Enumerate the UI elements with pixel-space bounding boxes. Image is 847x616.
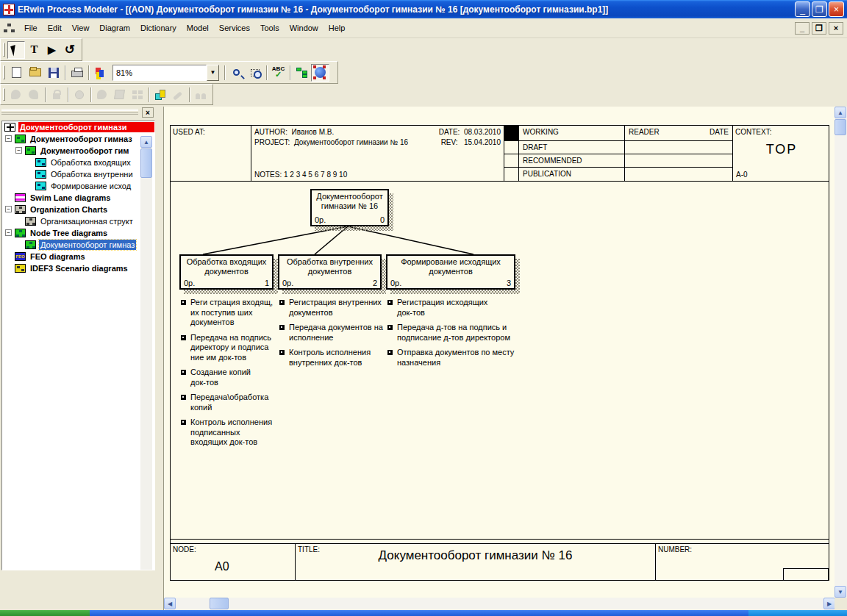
scroll-down-icon[interactable]: ▼ [835,586,846,598]
zoom-input[interactable] [112,65,207,81]
node-tree-canvas[interactable]: Документооборот гимназии № 16 0р. 0 Обра… [171,182,829,539]
cost-button[interactable] [71,86,88,104]
spellcheck-button[interactable]: ABC✓ [269,64,287,82]
windows-taskbar[interactable] [0,610,847,616]
tree-expander-icon[interactable]: − [15,147,22,154]
print-button[interactable] [68,64,86,82]
zoom-dropdown-button[interactable]: ▼ [207,65,219,81]
shape-button[interactable] [93,86,111,104]
tree-item[interactable]: −Node Tree diagrams [2,227,154,239]
tree-expander-icon[interactable]: − [5,135,12,142]
rotate-tool-button[interactable]: ↺ [61,41,79,59]
tree-item[interactable]: −Документооборот гимназ [2,133,154,145]
tree-item-label[interactable]: Формирование исход [49,181,132,191]
diagram-vertical-scrollbar[interactable]: ▲ ▼ [835,107,847,598]
tree-item-label[interactable]: Swim Lane diagrams [29,193,112,203]
restore-button[interactable]: ❐ [812,1,827,17]
toolbar-grip[interactable] [3,43,5,57]
roles-button[interactable] [192,86,210,104]
open-button[interactable] [26,64,44,82]
new-button[interactable] [7,64,26,82]
context-cell: CONTEXT: TOP A-0 [733,126,830,181]
scroll-thumb[interactable] [835,119,846,135]
tree-item-label[interactable]: Обработка входящих [49,157,132,168]
tree-item-label[interactable]: Node Tree diagrams [29,228,109,238]
color-button[interactable] [91,64,110,82]
panel-close-button[interactable]: × [142,107,154,118]
tree-item[interactable]: Обработка входящих [2,157,154,168]
tree-item[interactable]: −Документооборот гим [2,145,154,157]
tree-item-label[interactable]: Обработка внутренни [49,169,135,179]
tree-item-label[interactable]: Документооборот гим [39,146,130,156]
bullet-icon [279,325,285,330]
start-button-edge[interactable] [0,610,90,616]
tree-item[interactable]: Swim Lane diagrams [2,192,154,204]
go-to-button[interactable] [151,86,169,104]
play-tool-button[interactable]: ▶ [43,41,61,59]
minimize-button[interactable]: _ [795,1,810,17]
grid-button[interactable] [129,86,146,104]
mdi-minimize-button[interactable]: _ [795,22,810,35]
save-button[interactable] [44,64,62,82]
report-button[interactable] [111,86,129,104]
model-explorer-button[interactable] [293,64,311,82]
tree-item-label[interactable]: Документооборот гимнази [18,122,154,132]
document-icon[interactable] [4,24,15,33]
tree-item[interactable]: Организационная структ [2,215,154,227]
menu-item[interactable]: Help [324,21,351,35]
properties-button[interactable] [169,86,187,104]
pointer-tool-button[interactable] [7,41,25,59]
tree-expander-icon[interactable]: − [5,206,12,212]
diagram-horizontal-scrollbar[interactable]: ◀ ▶ [164,598,835,610]
close-button[interactable]: × [829,1,844,17]
menu-item[interactable]: Services [214,21,255,35]
tree-item[interactable]: Документооборот гимназ [2,239,154,251]
text-tool-button[interactable]: T [25,41,43,59]
activity-box-3[interactable]: Формирование исходящих документов 0р. 3 [386,254,515,290]
tree-item-label[interactable]: Документооборот гимназ [29,134,134,144]
tree-item[interactable]: Формирование исход [2,180,154,192]
activity-box-1[interactable]: Обработка входящих документов 0р. 1 [179,254,274,290]
activity-up-button[interactable] [25,86,43,104]
menu-item[interactable]: Window [285,21,324,35]
tree-vertical-scrollbar[interactable]: ▲ ▼ [140,136,152,570]
title-bar[interactable]: ERwin Process Modeler - [(AON) Документо… [0,0,847,18]
menu-item[interactable]: File [19,21,43,35]
tree-item-label[interactable]: Organization Charts [29,204,109,215]
mdi-restore-button[interactable]: ❐ [812,22,826,35]
scroll-left-icon[interactable]: ◀ [164,598,176,609]
tree-item-label[interactable]: Организационная структ [39,216,135,226]
menu-item[interactable]: Dictionary [135,21,182,35]
tree-item[interactable]: Документооборот гимнази [2,121,154,133]
toolbar-grip[interactable] [3,65,5,79]
zoom-area-button[interactable] [246,64,264,82]
scroll-thumb[interactable] [140,148,152,178]
tree-item-label[interactable]: Документооборот гимназ [39,240,136,250]
tree-item[interactable]: Обработка внутренни [2,168,154,180]
tree-item[interactable]: IDEF3 Scenario diagrams [2,262,154,274]
menu-item[interactable]: Edit [43,21,67,35]
toolbar-grip[interactable] [3,88,5,101]
tree-item-label[interactable]: FEO diagrams [29,251,87,262]
scroll-thumb[interactable] [210,598,229,609]
activity-box-2[interactable]: Обработка внутренних документов 0р. 2 [278,254,382,290]
menu-item[interactable]: Model [182,21,214,35]
lock-button[interactable] [48,86,65,104]
menu-item[interactable]: View [67,21,95,35]
scroll-right-icon[interactable]: ▶ [823,598,835,609]
model-navigator-button[interactable] [311,64,329,82]
scroll-up-icon[interactable]: ▲ [835,107,846,118]
tree-item-label[interactable]: IDEF3 Scenario diagrams [29,263,129,273]
activity-down-button[interactable] [7,86,25,104]
activity-box-root[interactable]: Документооборот гимназии № 16 0р. 0 [310,189,389,226]
activity-cyan-icon [35,182,46,190]
tree-item[interactable]: FEOFEO diagrams [2,251,154,262]
menu-item[interactable]: Diagram [94,21,135,35]
scroll-up-icon[interactable]: ▲ [140,136,152,148]
panel-drag-grip[interactable] [1,109,138,115]
mdi-close-button[interactable]: × [829,22,843,35]
tree-expander-icon[interactable]: − [5,229,12,236]
menu-item[interactable]: Tools [255,21,285,35]
zoom-in-button[interactable] [227,64,246,82]
tree-item[interactable]: −Organization Charts [2,204,154,215]
